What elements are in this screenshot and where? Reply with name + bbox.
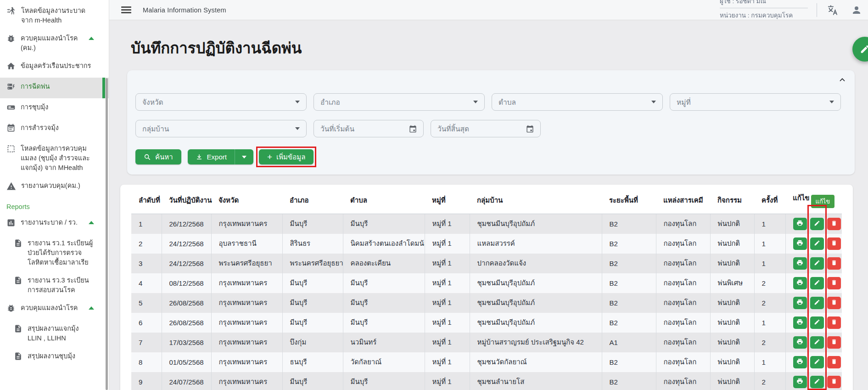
sidebar-item-vector-control-reports[interactable]: ควบคุมแมลงนำโรค — [0, 299, 109, 320]
start-date-input[interactable]: วันที่เริ่มต้น — [314, 120, 424, 137]
delete-row-button[interactable] — [827, 376, 841, 388]
delete-row-button[interactable] — [827, 237, 841, 250]
sidebar-item-net-impregnation[interactable]: การชุบมุ้ง — [0, 98, 109, 119]
cell: กรุงเทพมหานคร — [211, 313, 282, 333]
cell: กองทุนโลก — [656, 372, 710, 390]
print-row-button[interactable] — [793, 297, 807, 309]
cell: หมู่บ้านสราญรมย์ ประเสริฐมนูกิจ 42 — [470, 333, 602, 352]
edit-row-button[interactable] — [810, 277, 824, 289]
edit-row-button[interactable] — [810, 356, 824, 368]
sidebar-item-report-rw1[interactable]: รายงาน รว.1 ระเบียนผู้ป่วยได้รับการตรวจโ… — [0, 234, 109, 271]
province-select[interactable]: จังหวัด — [135, 93, 307, 111]
chevron-down-icon — [295, 127, 300, 130]
delete-row-button[interactable] — [827, 257, 841, 270]
table-row: 408/12/2568กรุงเทพมหานครมีนบุรีมีนบุรีหม… — [131, 273, 842, 293]
column-header-5: หมู่ที่ — [425, 186, 470, 214]
delete-row-button[interactable] — [827, 277, 841, 289]
sidebar-item-label: รายงานควบคุม(คม.) — [21, 181, 80, 191]
sidebar-item-report-rw3[interactable]: รายงาน รว.3 ระเบียนการสอบสวนโรค — [0, 271, 109, 299]
actions-cell — [785, 234, 842, 254]
export-button[interactable]: Export — [188, 149, 235, 164]
filter-panel: จังหวัด อำเภอ ตำบล หมู่ที่ กลุ่มบ้าน วัน… — [127, 70, 855, 175]
table-row: 801/05/2568กรุงเทพมหานครธนบุรีวัดกัลยาณ์… — [131, 352, 842, 372]
table-row: 924/07/2568กรุงเทพมหานครมีนบุรีมีนบุรีหม… — [131, 372, 842, 390]
page-title: บันทึกการปฏิบัติงานฉีดพ่น — [131, 36, 868, 60]
trash-icon — [831, 358, 837, 366]
village-group-select[interactable]: กลุ่มบ้าน — [135, 120, 307, 137]
cell: นิคมสร้างตนเองลำโดมน้อย — [343, 234, 425, 254]
print-row-button[interactable] — [793, 336, 807, 349]
cell: มีนบุรี — [343, 372, 425, 390]
cell: 2 — [131, 234, 162, 254]
table-row: 526/08/2568กรุงเทพมหานครมีนบุรีมีนบุรีหม… — [131, 293, 842, 313]
sidebar-item-summary-impregnation[interactable]: สรุปผลงานชุบมุ้ง — [0, 347, 109, 367]
cell: ชุมชนมีนบุรีอุปถัมภ์ — [470, 273, 602, 293]
district-select[interactable]: อำเภอ — [314, 93, 485, 111]
column-header-4: ตำบล — [343, 186, 425, 214]
trash-icon — [831, 279, 837, 287]
sidebar-item-epidemic-reports[interactable]: รายงานระบาด / รว. — [0, 214, 109, 234]
edit-row-button[interactable] — [810, 336, 824, 349]
edit-tooltip-badge: แก้ไข — [811, 195, 835, 208]
cell: 26/12/2568 — [162, 214, 211, 234]
end-date-input[interactable]: วันที่สิ้นสุด — [431, 120, 541, 137]
delete-row-button[interactable] — [827, 336, 841, 349]
edit-row-button[interactable] — [810, 237, 824, 250]
sidebar-item-net-survey[interactable]: การสำรวจมุ้ง — [0, 119, 109, 140]
edit-row-button[interactable] — [810, 297, 824, 309]
cell: A1 — [602, 333, 656, 352]
trash-icon — [831, 260, 837, 267]
chevron-down-icon — [651, 101, 656, 103]
cell: อุบลราชธานี — [211, 234, 282, 254]
sidebar-item-summary-llin[interactable]: สรุปผลงานแจกมุ้ง LLIN , LLIHN — [0, 320, 109, 347]
edit-row-button[interactable] — [810, 257, 824, 270]
sidebar-item-vector-control-km[interactable]: ควบคุมแมลงนำโรค (คม.) — [0, 29, 109, 57]
print-row-button[interactable] — [793, 317, 807, 329]
edit-row-button[interactable] — [810, 218, 824, 230]
collapse-panel-icon[interactable] — [837, 75, 847, 86]
cell: ธนบุรี — [282, 352, 343, 372]
delete-row-button[interactable] — [827, 356, 841, 368]
add-data-button[interactable]: + เพิ่มข้อมูล — [259, 149, 314, 164]
print-row-button[interactable] — [793, 277, 807, 289]
cell: สิรินธร — [282, 234, 343, 254]
cell: 08/12/2568 — [162, 273, 211, 293]
cell: มีนบุรี — [343, 214, 425, 234]
sidebar-item-load-vector-control-mhealth[interactable]: โหลดข้อมูลการควบคุมแมลง (ชุบมุ้ง สำรวจแล… — [0, 140, 109, 177]
moo-select[interactable]: หมู่ที่ — [670, 93, 841, 111]
column-header-1: วันที่ปฏิบัติงาน — [162, 186, 211, 214]
sidebar-item-control-report-km[interactable]: รายงานควบคุม(คม.) — [0, 177, 109, 198]
sidebar-item-load-epidemic-data-mhealth[interactable]: โหลดข้อมูลงานระบาดจาก m-Health — [0, 2, 109, 29]
cell: 1 — [131, 214, 162, 234]
sidebar-item-spraying[interactable]: การฉีดพ่น — [0, 78, 109, 98]
print-row-button[interactable] — [793, 237, 807, 250]
delete-row-button[interactable] — [827, 297, 841, 309]
sidebar-scrollbar[interactable] — [106, 78, 108, 390]
edit-row-button[interactable] — [810, 376, 824, 388]
print-row-button[interactable] — [793, 356, 807, 368]
home-icon — [6, 61, 16, 73]
column-header-10: ครั้งที่ — [754, 186, 785, 214]
cell: พ่นปกติ — [710, 254, 754, 273]
cell: กองทุนโลก — [656, 333, 710, 352]
sidebar-item-label: การสำรวจมุ้ง — [21, 123, 59, 133]
cell: กองทุนโลก — [656, 293, 710, 313]
subdistrict-select[interactable]: ตำบล — [492, 93, 663, 111]
edit-row-button[interactable] — [810, 317, 824, 329]
print-row-button[interactable] — [793, 257, 807, 270]
user-account-icon[interactable] — [851, 5, 862, 16]
print-row-button[interactable] — [793, 218, 807, 230]
print-row-button[interactable] — [793, 376, 807, 388]
column-header-2: จังหวัด — [211, 186, 282, 214]
cell: กรุงเทพมหานคร — [211, 214, 282, 234]
export-options-button[interactable] — [235, 149, 253, 164]
sidebar-item-label: ข้อมูลครัวเรือนประชากร — [21, 61, 91, 71]
cell: 1 — [754, 214, 785, 234]
sidebar-item-household-population[interactable]: ข้อมูลครัวเรือนประชากร — [0, 57, 109, 78]
delete-row-button[interactable] — [827, 317, 841, 329]
translate-icon[interactable] — [827, 4, 839, 16]
actions-cell — [785, 313, 842, 333]
delete-row-button[interactable] — [827, 218, 841, 230]
search-button[interactable]: ค้นหา — [135, 149, 181, 164]
menu-hamburger-icon[interactable] — [121, 5, 131, 15]
